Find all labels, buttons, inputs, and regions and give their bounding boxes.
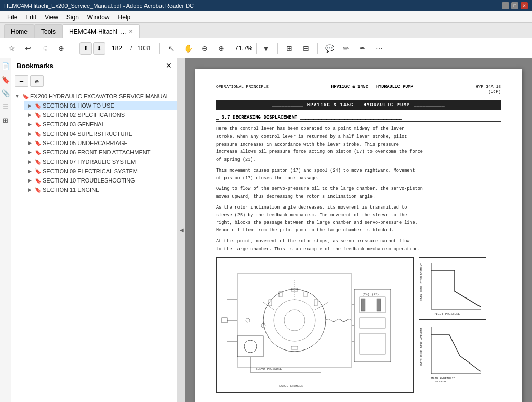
bookmark-section-11[interactable]: ▶ 🔖 SECTION 11 ENGINE (24, 185, 177, 194)
bookmark-root[interactable]: ▼ 🔖 EX200 HYDRAULIC EXCAVATOR SERVICE MA… (11, 92, 177, 101)
section06-bookmark-icon: 🔖 (35, 150, 41, 155)
svg-rect-9 (304, 292, 307, 297)
section03-expand-icon[interactable]: ▶ (26, 121, 33, 128)
root-expand-icon[interactable]: ▼ (14, 93, 21, 100)
svg-text:MAIN HYDRAULIC: MAIN HYDRAULIC (431, 377, 456, 380)
sidebar-collapse-handle[interactable]: ◀ (178, 58, 185, 402)
section11-expand-icon[interactable]: ▶ (26, 186, 33, 193)
sidebar-toolbar: ☰ ⊕ (11, 73, 177, 89)
section04-label: SECTION 04 SUPERSTRUCTURE (43, 131, 132, 137)
bookmark-section-10[interactable]: ▶ 🔖 SECTION 10 TROUBLESHOOTING (24, 176, 177, 185)
zoom-button[interactable]: ⊕ (54, 41, 69, 56)
bookmark-section-07[interactable]: ▶ 🔖 SECTION 07 HYDRAULIC SYSTEM (24, 157, 177, 166)
bookmark-section-03[interactable]: ▶ 🔖 SECTION 03 GENENAL (24, 120, 177, 129)
section03-bookmark-icon: 🔖 (35, 122, 41, 127)
zoom-dropdown-button[interactable]: ▼ (259, 41, 273, 56)
sidebar-menu-button[interactable]: ☰ (15, 75, 28, 87)
tab-bar: Home Tools HEMC4M-Hitachi_... ✕ (0, 23, 532, 38)
svg-text:(24): (24) (362, 293, 369, 296)
comment-button[interactable]: 💬 (322, 41, 337, 56)
title-bar-controls: ─ □ ✕ (502, 2, 528, 9)
zoom-in-button[interactable]: ⊕ (214, 41, 229, 56)
menu-window[interactable]: Window (83, 12, 114, 22)
pdf-header-center: HPV116C & 145C HYDRAULIC PUMP (331, 84, 413, 94)
toolbar-separator-4 (317, 43, 318, 54)
highlight-button[interactable]: ✏ (339, 41, 353, 56)
tab-tools[interactable]: Tools (34, 24, 62, 38)
more-tools-button[interactable]: ⋯ (372, 41, 387, 56)
hand-tool-button[interactable]: ✋ (181, 41, 195, 56)
sidebar-close-button[interactable]: ✕ (166, 61, 172, 70)
toolbar: ☆ ↩ 🖨 ⊕ ⬆ ⬇ / 1031 ↖ ✋ ⊖ ⊕ ▼ ⊞ ⊟ 💬 ✏ ✒ ⋯ (0, 38, 532, 58)
bookmarks-list: ▼ 🔖 EX200 HYDRAULIC EXCAVATOR SERVICE MA… (11, 89, 177, 402)
pdf-area[interactable]: OPERATIONAL PRINCIPLE HPV116C & 145C HYD… (185, 58, 532, 402)
tab-tools-label: Tools (41, 28, 56, 35)
svg-point-29 (246, 318, 250, 322)
sidebar-add-button[interactable]: ⊕ (30, 75, 44, 87)
section02-bookmark-icon: 🔖 (35, 112, 41, 118)
section06-expand-icon[interactable]: ▶ (26, 149, 33, 156)
sidebar-title: Bookmarks (17, 62, 54, 70)
menu-file[interactable]: File (3, 12, 21, 22)
star-button[interactable]: ☆ (4, 41, 19, 56)
section04-expand-icon[interactable]: ▶ (26, 130, 33, 137)
attachment-icon[interactable]: 📎 (1, 88, 10, 98)
graph2-svg: MAIN HYDRAULIC PRESSURE (429, 325, 483, 382)
section09-expand-icon[interactable]: ▶ (26, 167, 33, 175)
section11-bookmark-icon: 🔖 (35, 187, 41, 193)
zoom-input[interactable] (231, 43, 257, 54)
bookmark-panel-icon[interactable]: 🔖 (1, 75, 10, 84)
page-view-icon[interactable]: 📄 (1, 61, 10, 71)
left-panel: 📄 🔖 📎 ☰ ⊞ (0, 58, 11, 402)
bookmark-section-06[interactable]: ▶ 🔖 SECTION 06 FRONT-END ATTACHMENT (24, 148, 177, 157)
total-pages: 1031 (135, 45, 153, 52)
section01-expand-icon[interactable]: ▶ (26, 102, 33, 109)
section10-bookmark-icon: 🔖 (35, 178, 41, 184)
zoom-out-button[interactable]: ⊖ (197, 41, 212, 56)
tab-home[interactable]: Home (4, 24, 34, 38)
section02-expand-icon[interactable]: ▶ (26, 111, 33, 119)
menu-view[interactable]: View (41, 12, 62, 22)
section06-label: SECTION 06 FRONT-END ATTACHMENT (43, 149, 150, 155)
next-page-button[interactable]: ⬇ (93, 42, 105, 55)
section07-label: SECTION 07 HYDRAULIC SYSTEM (43, 159, 136, 165)
diagrams-row: SERVO-PRESSURE LARGE CHAMBER (24) (25) (216, 257, 501, 393)
print-button[interactable]: 🖨 (37, 41, 52, 56)
section05-expand-icon[interactable]: ▶ (26, 139, 33, 147)
bookmark-section-01[interactable]: ▶ 🔖 SECTION 01 HOW TO USE (24, 101, 177, 110)
pdf-page-header: OPERATIONAL PRINCIPLE HPV116C & 145C HYD… (216, 84, 501, 96)
select-tool-button[interactable]: ↖ (164, 41, 179, 56)
maximize-button[interactable]: □ (511, 2, 518, 9)
bookmark-section-04[interactable]: ▶ 🔖 SECTION 04 SUPERSTRUCTURE (24, 129, 177, 138)
section07-expand-icon[interactable]: ▶ (26, 158, 33, 165)
back-button[interactable]: ↩ (21, 41, 35, 56)
graph1-y-label: MAIN PUMP DISPLACEMENT (420, 263, 424, 301)
svg-rect-14 (361, 299, 365, 311)
title-bar-text: HEMC4M-Hitachi_Ex200_Service_Manual.pdf … (4, 3, 194, 9)
side-graphs: MAIN PUMP DISPLACEMENT PILOT PRESSURE MA… (419, 257, 486, 393)
layers-icon[interactable]: ☰ (1, 102, 10, 111)
section10-expand-icon[interactable]: ▶ (26, 177, 33, 184)
minimize-button[interactable]: ─ (502, 2, 509, 9)
svg-point-20 (244, 340, 257, 353)
svg-rect-0 (237, 274, 352, 367)
section01-bookmark-icon: 🔖 (35, 103, 41, 109)
bookmark-section-09[interactable]: ▶ 🔖 SECTION 09 ELECTRICAL SYSTEM (24, 166, 177, 176)
bookmark-section-02[interactable]: ▶ 🔖 SECTION 02 SPECIFICATIONS (24, 110, 177, 120)
close-button[interactable]: ✕ (521, 2, 528, 9)
menu-sign[interactable]: Sign (62, 12, 83, 22)
title-bar: HEMC4M-Hitachi_Ex200_Service_Manual.pdf … (0, 0, 532, 11)
draw-button[interactable]: ✒ (355, 41, 370, 56)
tab-close-button[interactable]: ✕ (129, 29, 133, 34)
tab-document[interactable]: HEMC4M-Hitachi_... ✕ (62, 24, 140, 38)
menu-help[interactable]: Help (114, 12, 135, 22)
prev-page-button[interactable]: ⬆ (79, 42, 92, 55)
sidebar: Bookmarks ✕ ☰ ⊕ ▼ 🔖 EX200 HYDRAULIC EXCA… (11, 58, 178, 402)
bookmark-section-05[interactable]: ▶ 🔖 SECTION 05 UNDERCARRIAGE (24, 138, 177, 148)
menu-edit[interactable]: Edit (21, 12, 41, 22)
page-number-input[interactable] (107, 43, 127, 54)
pages-icon[interactable]: ⊞ (1, 115, 10, 125)
fit-page-button[interactable]: ⊞ (282, 41, 297, 56)
toolbar-separator-1 (73, 43, 73, 54)
fit-width-button[interactable]: ⊟ (299, 41, 313, 56)
